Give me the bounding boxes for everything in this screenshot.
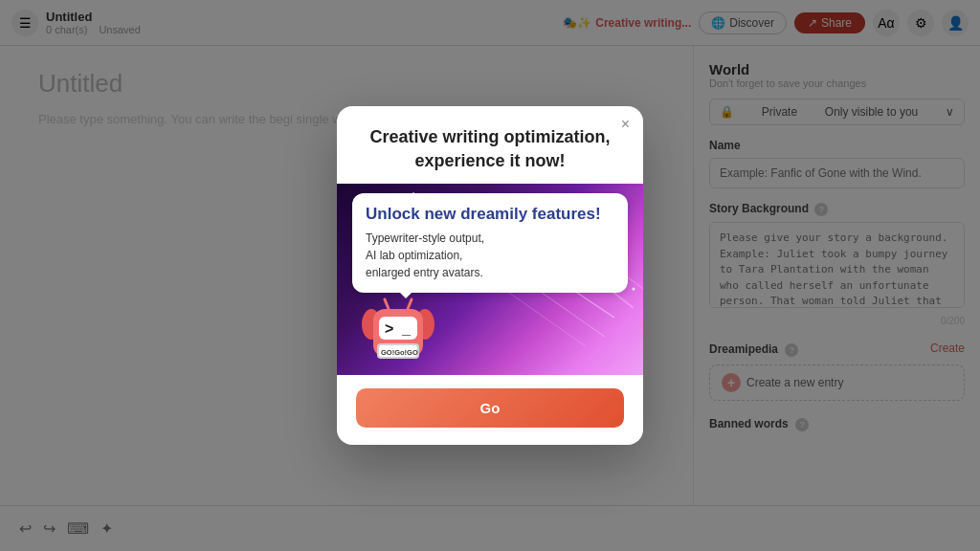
- bubble-body: Typewriter-style output,AI lab optimizat…: [366, 230, 614, 281]
- svg-point-11: [633, 287, 635, 290]
- svg-text:_: _: [401, 320, 412, 337]
- speech-bubble: Unlock new dreamily features! Typewriter…: [352, 193, 628, 293]
- modal-close-button[interactable]: ×: [621, 116, 630, 133]
- svg-text:GO!Go!GO: GO!Go!GO: [381, 348, 418, 357]
- modal-image: Unlock new dreamily features! Typewriter…: [337, 184, 643, 375]
- bubble-title: Unlock new dreamily features!: [366, 205, 614, 224]
- go-button[interactable]: Go: [356, 388, 624, 428]
- svg-line-26: [385, 299, 389, 309]
- modal: × Creative writing optimization, experie…: [337, 106, 643, 445]
- svg-text:>: >: [385, 320, 393, 337]
- modal-overlay: × Creative writing optimization, experie…: [0, 0, 980, 551]
- robot-character: > _ GO!Go!GO: [360, 298, 436, 375]
- modal-footer: Go: [337, 375, 643, 445]
- svg-line-27: [408, 299, 412, 309]
- modal-header-title: Creative writing optimization, experienc…: [337, 106, 643, 184]
